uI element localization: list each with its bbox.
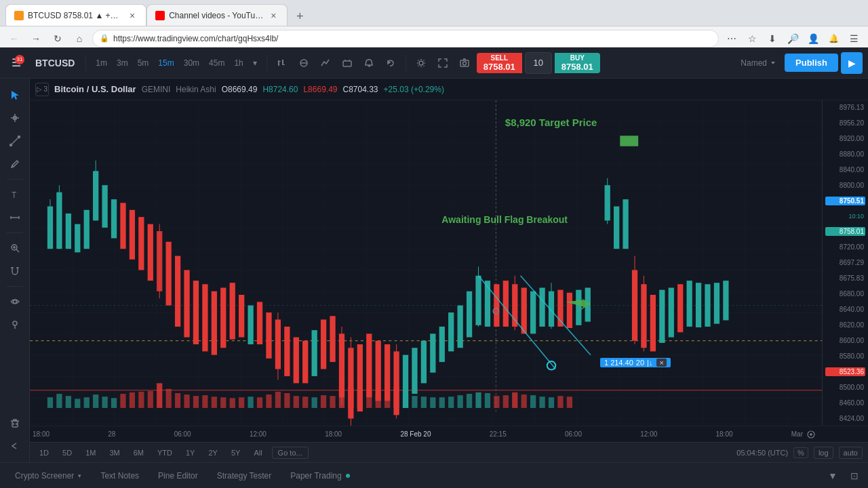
tab-btcusd-close[interactable]: ×	[127, 9, 138, 22]
svg-rect-63	[220, 288, 226, 348]
bookmark-icon[interactable]: ☆	[743, 30, 761, 47]
period-5y[interactable]: 5Y	[227, 447, 244, 458]
svg-rect-90	[430, 333, 435, 372]
extensions-icon[interactable]: ⋯	[723, 30, 741, 47]
order-box[interactable]: 1 214.40 20 |↓ ×	[600, 358, 671, 367]
price-8956: 8956.20	[825, 119, 865, 127]
pin-tool[interactable]	[4, 314, 26, 336]
chart-expand-btn[interactable]: ▷ 3	[35, 83, 49, 96]
tf-15m[interactable]: 15m	[154, 56, 178, 70]
svg-rect-141	[166, 389, 172, 408]
svg-rect-125	[705, 284, 710, 327]
svg-rect-58	[175, 256, 180, 327]
cursor-tool[interactable]	[4, 84, 26, 106]
measure-tool[interactable]	[4, 207, 26, 228]
period-1d[interactable]: 1D	[35, 447, 53, 458]
arrow-left-tool[interactable]	[4, 435, 26, 457]
goto-button[interactable]: Go to...	[272, 447, 309, 459]
period-all[interactable]: All	[250, 447, 266, 458]
tab-text-notes[interactable]: Text Notes	[91, 467, 149, 485]
tab-pine-editor[interactable]: Pine Editor	[149, 467, 208, 485]
strategy-button[interactable]	[338, 54, 357, 73]
price-qty-info: 10:10	[825, 212, 865, 220]
tab-paper-trading[interactable]: Paper Trading	[281, 467, 359, 485]
address-bar[interactable]: 🔒 https://www.tradingview.com/chart/gqHs…	[92, 30, 719, 47]
profile-icon[interactable]: 👤	[804, 30, 822, 47]
download-icon[interactable]: ⬇	[764, 30, 781, 47]
tf-more[interactable]: ▾	[249, 56, 261, 70]
sell-box[interactable]: SELL 8758.01	[477, 53, 522, 73]
sell-price: 8758.01	[484, 62, 515, 72]
fullscreen-button[interactable]	[433, 54, 452, 73]
snapshot-button[interactable]	[455, 54, 474, 73]
alert-button[interactable]	[359, 54, 378, 73]
period-3m[interactable]: 3M	[105, 447, 123, 458]
tf-5m[interactable]: 5m	[134, 56, 153, 70]
zoom-icon[interactable]: 🔎	[784, 30, 802, 47]
buy-box[interactable]: BUY 8758.01	[555, 53, 600, 73]
symbol-selector[interactable]: BTCUSD	[30, 55, 80, 71]
tf-45m[interactable]: 45m	[205, 56, 229, 70]
svg-rect-172	[448, 396, 454, 408]
chart-type-selector[interactable]: Named	[735, 56, 782, 70]
menu-icon[interactable]: ☰	[845, 30, 863, 47]
forward-button[interactable]: →	[27, 30, 45, 47]
period-1m[interactable]: 1M	[81, 447, 100, 458]
sell-label: SELL	[484, 54, 515, 62]
time-1800-3: 18:00	[716, 430, 733, 438]
period-1y[interactable]: 1Y	[182, 447, 199, 458]
indicators-button[interactable]	[316, 54, 335, 73]
time-settings[interactable]	[803, 430, 819, 439]
period-5d[interactable]: 5D	[58, 447, 76, 458]
replay-button[interactable]	[381, 54, 400, 73]
tf-30m[interactable]: 30m	[180, 56, 203, 70]
svg-rect-108	[567, 293, 572, 328]
crosshair-tool[interactable]	[4, 107, 26, 129]
tab-crypto-screener[interactable]: Crypto Screener ▾	[5, 467, 91, 485]
svg-rect-163	[366, 392, 372, 408]
trend-line-tool[interactable]	[4, 130, 26, 152]
qty-input[interactable]	[525, 52, 552, 74]
period-2y[interactable]: 2Y	[204, 447, 221, 458]
bar-type-button[interactable]	[273, 54, 292, 73]
separator-2	[267, 55, 267, 71]
svg-rect-140	[157, 383, 162, 408]
notification-icon[interactable]: 🔔	[825, 30, 842, 47]
pencil-tool[interactable]	[4, 153, 26, 175]
price-scale: 8976.13 8956.20 8920.00 8880.00 8840.00 …	[822, 100, 868, 426]
tf-1h[interactable]: 1h	[230, 56, 247, 70]
tab-btcusd[interactable]: BTCUSD 8758.01 ▲ +0.61% Un... ×	[5, 4, 146, 26]
buy-label: BUY	[561, 54, 593, 62]
panel-expand-btn[interactable]: ⊡	[846, 468, 863, 484]
zoom-tool[interactable]	[4, 237, 26, 259]
ohlc-open: O8669.49	[222, 85, 258, 94]
tab-strategy-tester[interactable]: Strategy Tester	[208, 467, 281, 485]
reload-button[interactable]: ↻	[49, 30, 66, 47]
log-btn[interactable]: log	[814, 447, 833, 459]
compare-button[interactable]	[294, 54, 313, 73]
new-tab-button[interactable]: +	[290, 7, 309, 26]
order-close-btn[interactable]: ×	[656, 359, 666, 367]
publish-button[interactable]: Publish	[785, 54, 838, 72]
period-6m[interactable]: 6M	[130, 447, 148, 458]
eye-tool[interactable]	[4, 291, 26, 312]
tf-3m[interactable]: 3m	[113, 56, 132, 70]
settings-button[interactable]	[412, 54, 431, 73]
svg-rect-129	[56, 394, 62, 408]
sidebar-toggle[interactable]: ☰ 31	[5, 52, 27, 74]
play-button[interactable]: ▶	[841, 52, 863, 74]
home-button[interactable]: ⌂	[71, 30, 88, 47]
text-tool[interactable]: T	[4, 184, 26, 205]
tab-youtube[interactable]: Channel videos - YouTube Stu... ×	[146, 4, 288, 26]
auto-btn[interactable]: auto	[839, 447, 863, 459]
back-button[interactable]: ←	[5, 30, 23, 47]
period-ytd[interactable]: YTD	[153, 447, 176, 458]
trash-tool[interactable]	[4, 412, 26, 434]
tab-youtube-close[interactable]: ×	[268, 9, 279, 22]
tf-1m[interactable]: 1m	[92, 56, 111, 70]
percent-btn[interactable]: %	[793, 447, 808, 458]
chart-canvas[interactable]: $8,920 Target Price Awaiting Bull Flag B…	[30, 100, 822, 426]
time-28: 28	[108, 430, 115, 438]
panel-collapse-btn[interactable]: ▼	[825, 468, 841, 484]
magnet-tool[interactable]	[4, 260, 26, 282]
